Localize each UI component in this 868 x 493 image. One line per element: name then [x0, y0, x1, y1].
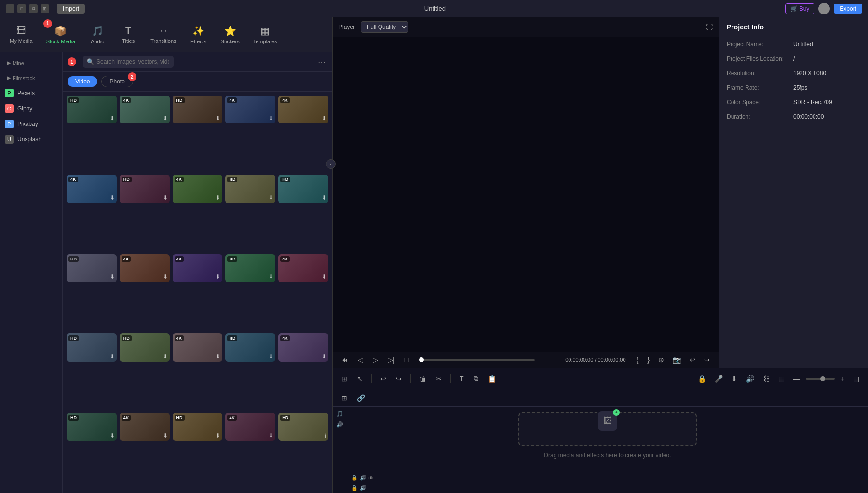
sidebar-mine-toggle[interactable]: ▶ Mine: [4, 58, 58, 68]
media-thumb-16[interactable]: HD⬇: [120, 333, 170, 361]
media-thumb-13[interactable]: HD⬇: [225, 254, 275, 282]
redo-tl-button[interactable]: ↪: [393, 374, 405, 383]
fullscreen-icon[interactable]: ⛶: [706, 23, 713, 31]
link-button[interactable]: 🔗: [354, 393, 368, 403]
cut-end-icon[interactable]: }: [644, 355, 652, 365]
media-thumb-0[interactable]: HD⬇: [67, 96, 117, 123]
download-icon-1[interactable]: ⬇: [163, 115, 168, 122]
snap-button[interactable]: 🔒: [695, 374, 709, 383]
sidebar-item-pexels[interactable]: P Pexels: [0, 86, 62, 100]
media-thumb-24[interactable]: HDℹ: [278, 413, 328, 441]
connect-button[interactable]: ⛓: [760, 374, 773, 383]
eye-icon[interactable]: 👁: [368, 475, 374, 481]
media-thumb-22[interactable]: HD⬇: [173, 413, 223, 441]
frame-back-button[interactable]: ◁: [355, 355, 366, 365]
add-track-button[interactable]: ⊞: [339, 393, 350, 403]
track-1-icon[interactable]: 🎵: [336, 411, 343, 417]
text-button[interactable]: T: [457, 374, 467, 383]
download-icon-11[interactable]: ⬇: [163, 274, 168, 280]
undo-icon[interactable]: ↩: [687, 355, 698, 365]
download-icon-24[interactable]: ℹ: [325, 433, 326, 439]
lock-icon[interactable]: 🔒: [351, 475, 358, 481]
select-tool-button[interactable]: ↖: [354, 374, 366, 383]
download-icon-16[interactable]: ⬇: [163, 353, 168, 360]
media-thumb-17[interactable]: 4K⬇: [173, 333, 223, 361]
filter-video-button[interactable]: Video: [68, 76, 97, 87]
voiceover-button[interactable]: 🎤: [712, 374, 726, 383]
avatar[interactable]: [818, 3, 830, 14]
zoom-out-tl-button[interactable]: —: [790, 374, 803, 383]
lock-icon-2[interactable]: 🔒: [351, 485, 358, 491]
sidebar-filmstock-toggle[interactable]: ▶ Filmstock: [4, 73, 58, 83]
download-icon-17[interactable]: ⬇: [216, 353, 220, 360]
pip-icon[interactable]: ⧉: [29, 4, 38, 13]
download-icon-23[interactable]: ⬇: [269, 432, 273, 439]
media-thumb-23[interactable]: 4K⬇: [225, 413, 275, 441]
media-thumb-2[interactable]: HD⬇: [173, 96, 223, 123]
tab-stock-media[interactable]: 1 📦 Stock Media: [41, 21, 81, 48]
snapshot-icon[interactable]: 📷: [670, 355, 684, 365]
zoom-track[interactable]: [806, 378, 835, 380]
download-icon-15[interactable]: ⬇: [110, 353, 115, 360]
frame-forward-button[interactable]: ▷|: [385, 355, 398, 365]
tab-templates[interactable]: ▦ Templates: [247, 21, 283, 48]
tab-audio[interactable]: 🎵 Audio: [83, 21, 112, 48]
import-button[interactable]: Import: [57, 4, 85, 14]
download-icon-9[interactable]: ⬇: [322, 194, 326, 201]
grid-icon[interactable]: ⊞: [41, 4, 49, 13]
media-thumb-10[interactable]: HD⬇: [67, 254, 117, 282]
download-icon-13[interactable]: ⬇: [269, 274, 273, 280]
sidebar-item-pixabay[interactable]: P Pixabay: [0, 117, 62, 131]
play-button[interactable]: ▷: [370, 355, 381, 365]
mute-icon-2[interactable]: 🔊: [360, 485, 366, 491]
media-thumb-11[interactable]: 4K⬇: [120, 254, 170, 282]
sidebar-item-unsplash[interactable]: U Unsplash: [0, 132, 62, 147]
paste-button[interactable]: 📋: [485, 374, 499, 383]
download-icon-21[interactable]: ⬇: [163, 432, 168, 439]
sidebar-item-giphy[interactable]: G Giphy: [0, 101, 62, 116]
download-icon-0[interactable]: ⬇: [110, 115, 115, 122]
tab-titles[interactable]: T Titles: [114, 21, 143, 48]
media-thumb-19[interactable]: 4K⬇: [278, 333, 328, 361]
download-icon-8[interactable]: ⬇: [269, 194, 273, 201]
download-icon-7[interactable]: ⬇: [216, 194, 220, 201]
tab-transitions[interactable]: ↔ Transitions: [145, 21, 182, 48]
download-icon-20[interactable]: ⬇: [110, 432, 115, 439]
collapse-panel-button[interactable]: ‹: [326, 159, 336, 169]
media-thumb-5[interactable]: 4K⬇: [67, 175, 117, 203]
media-thumb-21[interactable]: 4K⬇: [120, 413, 170, 441]
tab-effects[interactable]: ✨ Effects: [184, 21, 213, 48]
delete-button[interactable]: 🗑: [417, 374, 429, 383]
buy-button[interactable]: 🛒 Buy: [785, 3, 815, 14]
minimize-icon[interactable]: —: [6, 4, 14, 13]
media-thumb-20[interactable]: HD⬇: [67, 413, 117, 441]
download-icon-12[interactable]: ⬇: [216, 274, 220, 280]
download-icon-19[interactable]: ⬇: [322, 353, 326, 360]
download-icon-5[interactable]: ⬇: [110, 194, 115, 201]
download-icon-2[interactable]: ⬇: [216, 115, 220, 122]
media-thumb-7[interactable]: 4K⬇: [173, 175, 223, 203]
media-thumb-1[interactable]: 4K⬇: [120, 96, 170, 123]
media-thumb-9[interactable]: HD⬇: [278, 175, 328, 203]
tab-my-media[interactable]: 🎞 My Media: [4, 21, 39, 48]
download-icon-6[interactable]: ⬇: [163, 194, 168, 201]
filter-photo-button[interactable]: Photo 2: [101, 76, 133, 87]
detect-button[interactable]: ⬇: [729, 374, 740, 383]
media-thumb-6[interactable]: HD⬇: [120, 175, 170, 203]
download-icon-4[interactable]: ⬇: [322, 115, 326, 122]
track-2-icon[interactable]: 🔊: [336, 421, 343, 428]
grid-view-button[interactable]: ⊞: [339, 374, 350, 383]
zoom-in-tl-button[interactable]: +: [838, 374, 847, 383]
download-icon-10[interactable]: ⬇: [110, 274, 115, 280]
download-icon-3[interactable]: ⬇: [269, 115, 273, 122]
stop-button[interactable]: □: [402, 355, 411, 365]
layout-button[interactable]: ▤: [850, 374, 862, 383]
zoom-handle[interactable]: [820, 376, 825, 381]
search-more-icon[interactable]: ⋯: [316, 57, 327, 67]
undo-tl-button[interactable]: ↩: [378, 374, 389, 383]
media-thumb-15[interactable]: HD⬇: [67, 333, 117, 361]
media-thumb-12[interactable]: 4K⬇: [173, 254, 223, 282]
skip-back-button[interactable]: ⏮: [339, 355, 351, 365]
mute-icon[interactable]: 🔊: [360, 475, 366, 481]
sound-button[interactable]: 🔊: [743, 374, 757, 383]
